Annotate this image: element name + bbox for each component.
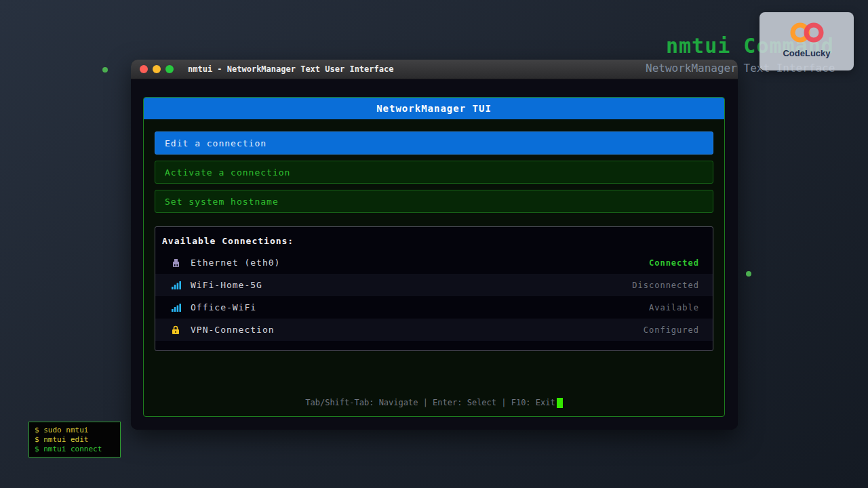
wifi-signal-icon (172, 281, 182, 289)
connection-row-office-wifi[interactable]: Office-WiFi Available (155, 296, 713, 319)
nmtui-panel: NetworkManager TUI Edit a connection Act… (143, 97, 725, 417)
connection-row-wifi-home[interactable]: WiFi-Home-5G Disconnected (155, 274, 713, 296)
minimize-window-button[interactable] (153, 65, 161, 73)
connection-status: Available (649, 303, 699, 312)
text-cursor (557, 398, 563, 408)
brand-name: CodeLucky (783, 48, 830, 58)
menu-item-activate-connection[interactable]: Activate a connection (155, 161, 713, 184)
menu-item-label: Edit a connection (165, 138, 267, 148)
terminal-screen: NetworkManager TUI Edit a connection Act… (131, 79, 738, 430)
infinity-logo-icon (787, 18, 827, 47)
page: nmtui Command NetworkManager Text Interf… (0, 0, 868, 488)
connection-status: Configured (644, 325, 699, 335)
connection-status: Disconnected (632, 281, 699, 290)
tui-status-bar: Tab/Shift-Tab: Navigate | Enter: Select … (144, 398, 724, 408)
connection-name: VPN-Connection (191, 325, 275, 335)
connection-name: Ethernet (eth0) (191, 258, 280, 268)
wifi-signal-icon (172, 304, 182, 312)
command-line: $ sudo nmtui (35, 426, 115, 435)
close-window-button[interactable] (140, 65, 148, 73)
connection-name: WiFi-Home-5G (191, 280, 262, 290)
command-line: $ nmtui connect (35, 445, 115, 454)
lock-icon (172, 325, 182, 335)
ethernet-icon (172, 258, 182, 268)
connection-row-ethernet[interactable]: Ethernet (eth0) Connected (155, 251, 713, 274)
connection-row-vpn[interactable]: VPN-Connection Configured (155, 319, 713, 341)
available-connections-panel: Available Connections: Ethernet (eth0) C (155, 226, 713, 351)
keybindings-hint: Tab/Shift-Tab: Navigate | Enter: Select … (305, 398, 555, 407)
tui-menu: Edit a connection Activate a connection … (155, 131, 713, 213)
terminal-window: nmtui - NetworkManager Text User Interfa… (131, 60, 738, 430)
window-title: nmtui - NetworkManager Text User Interfa… (188, 64, 393, 74)
menu-item-label: Activate a connection (165, 167, 290, 178)
brand-card: CodeLucky (760, 12, 854, 70)
connections-title: Available Connections: (155, 227, 713, 251)
command-line: $ nmtui edit (35, 435, 115, 445)
menu-item-label: Set system hostname (165, 197, 279, 207)
connection-status: Connected (649, 258, 699, 268)
zoom-window-button[interactable] (165, 65, 174, 73)
tui-title-bar: NetworkManager TUI (144, 98, 724, 119)
menu-item-set-hostname[interactable]: Set system hostname (155, 190, 713, 213)
decorative-dot-left (102, 67, 108, 73)
connection-name: Office-WiFi (191, 302, 256, 312)
command-cheatsheet: $ sudo nmtui $ nmtui edit $ nmtui connec… (28, 422, 121, 458)
menu-item-edit-connection[interactable]: Edit a connection (155, 131, 713, 155)
decorative-dot-right (746, 271, 751, 277)
